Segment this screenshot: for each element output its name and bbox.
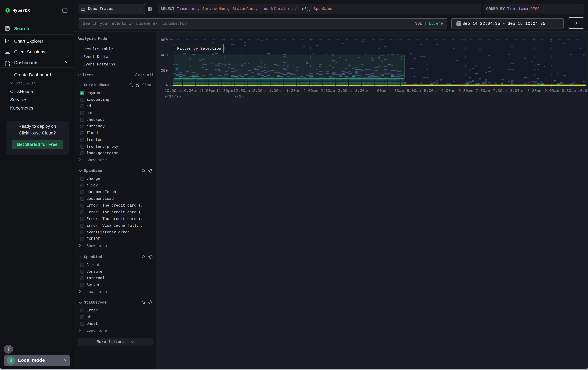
svg-text:8:30am: 8:30am — [527, 89, 541, 93]
svg-text:1:00am: 1:00am — [269, 89, 283, 93]
svg-text:7:30am: 7:30am — [493, 89, 507, 93]
svg-text:1:30am: 1:30am — [286, 89, 300, 93]
svg-text:600: 600 — [161, 38, 168, 42]
svg-text:10:00am: 10:00am — [578, 89, 588, 93]
svg-text:3:00am: 3:00am — [338, 89, 352, 93]
svg-text:6:30am: 6:30am — [458, 89, 472, 93]
svg-text:5:00am: 5:00am — [407, 89, 421, 93]
svg-text:10:30pm: 10:30pm — [182, 89, 198, 93]
svg-text:12:30am: 12:30am — [251, 89, 267, 93]
svg-text:0: 0 — [165, 84, 168, 88]
svg-text:9:30am: 9:30am — [562, 89, 576, 93]
svg-text:200: 200 — [161, 69, 168, 73]
svg-text:3:30am: 3:30am — [355, 89, 369, 93]
svg-text:2:00am: 2:00am — [304, 89, 318, 93]
svg-text:9/14/25: 9/14/25 — [164, 94, 181, 99]
svg-text:2:30am: 2:30am — [321, 89, 335, 93]
svg-text:9/15: 9/15 — [234, 94, 244, 99]
svg-text:6:00am: 6:00am — [441, 89, 455, 93]
svg-text:11:30pm: 11:30pm — [216, 89, 233, 93]
svg-text:9:00am: 9:00am — [545, 89, 559, 93]
svg-text:12:00am: 12:00am — [233, 89, 250, 93]
svg-text:4:00am: 4:00am — [372, 89, 386, 93]
svg-text:10:00pm: 10:00pm — [165, 89, 181, 93]
svg-text:400: 400 — [161, 53, 168, 57]
svg-text:5:30am: 5:30am — [424, 89, 438, 93]
svg-text:4:30am: 4:30am — [389, 89, 404, 93]
svg-text:8:00am: 8:00am — [510, 89, 524, 93]
svg-text:7:00am: 7:00am — [476, 89, 490, 93]
svg-text:11:00pm: 11:00pm — [199, 89, 215, 93]
